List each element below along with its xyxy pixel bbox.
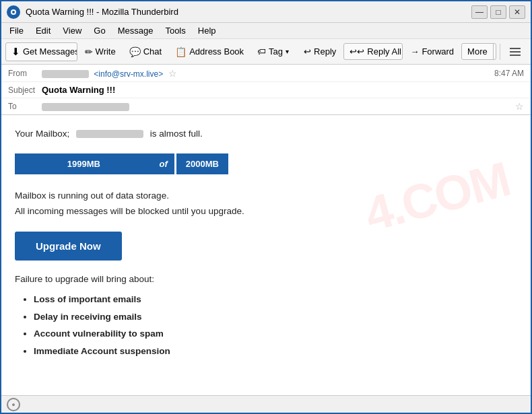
write-icon: ✏	[85, 46, 93, 57]
quota-of: of	[153, 153, 174, 174]
from-value: <info@srv-mx.live> ☆	[42, 68, 494, 79]
failure-intro: Failure to upgrade will bring about:	[15, 274, 154, 284]
connection-icon: ●	[7, 398, 20, 411]
address-book-button[interactable]: 📋 Address Book	[169, 43, 250, 61]
get-messages-button[interactable]: ⬇ Get Messages	[6, 43, 77, 61]
forward-icon: →	[410, 46, 419, 57]
close-button[interactable]: ✕	[509, 5, 525, 19]
menu-view[interactable]: View	[57, 24, 87, 37]
tag-dropdown-icon: ▾	[286, 48, 289, 55]
email-time: 8:47 AM	[494, 69, 524, 78]
intro-after: is almost full.	[150, 129, 203, 139]
upgrade-button[interactable]: Upgrade Now	[15, 232, 122, 261]
connection-status-icon: ●	[11, 401, 15, 408]
from-row: From <info@srv-mx.live> ☆ 8:47 AM	[1, 65, 531, 82]
more-label: More	[467, 46, 488, 57]
reply-all-button[interactable]: ↩↩ Reply All	[344, 44, 403, 59]
toolbar-separator	[500, 44, 500, 60]
to-row: To ☆	[1, 98, 531, 114]
more-dropdown[interactable]: ▾	[494, 44, 497, 59]
statusbar: ●	[1, 395, 531, 413]
app-icon	[7, 5, 20, 19]
consequence-4: Immediate Account suspension	[34, 343, 517, 360]
forward-button[interactable]: → Forward	[404, 43, 460, 60]
warning-text: Mailbox is running out of data storage. …	[15, 188, 517, 219]
reply-button[interactable]: ↩ Reply	[298, 43, 342, 60]
subject-row: Subject Quota Warning !!!	[1, 82, 531, 98]
menu-edit[interactable]: Edit	[30, 24, 56, 37]
failure-text: Failure to upgrade will bring about:	[15, 274, 517, 284]
from-address[interactable]: <info@srv-mx.live>	[94, 69, 163, 79]
email-address-blurred	[76, 130, 143, 138]
to-value	[42, 102, 512, 111]
main-window: Quota Warning !!! - Mozilla Thunderbird …	[0, 0, 532, 414]
quota-total: 2000MB	[174, 151, 230, 176]
hamburger-menu[interactable]	[504, 43, 527, 61]
consequence-2: Delay in receiving emails	[34, 308, 517, 326]
chat-label: Chat	[143, 46, 162, 57]
reply-all-icon: ↩↩	[350, 46, 364, 57]
subject-value: Quota Warning !!!	[42, 85, 524, 95]
menubar: File Edit View Go Message Tools Help	[1, 23, 531, 39]
menu-help[interactable]: Help	[193, 24, 222, 37]
reply-icon: ↩	[304, 46, 311, 57]
from-star-icon[interactable]: ☆	[168, 68, 177, 79]
get-messages-icon: ⬇	[11, 46, 20, 58]
hamburger-line-1	[510, 48, 521, 49]
chat-button[interactable]: 💬 Chat	[123, 43, 168, 61]
minimize-button[interactable]: —	[471, 5, 488, 19]
intro-text: Your Mailbox; is almost full.	[15, 127, 517, 141]
to-star-icon[interactable]: ☆	[515, 101, 524, 112]
more-button[interactable]: More	[462, 44, 494, 59]
to-address-blurred	[42, 103, 129, 111]
from-label: From	[8, 69, 42, 78]
reply-all-group: ↩↩ Reply All ▾	[343, 43, 403, 60]
mail-header: From <info@srv-mx.live> ☆ 8:47 AM Subjec…	[1, 65, 531, 115]
more-group: More ▾	[461, 43, 496, 60]
window-title: Quota Warning !!! - Mozilla Thunderbird	[26, 7, 471, 17]
tag-label: Tag	[269, 46, 283, 57]
svg-point-2	[12, 11, 15, 13]
write-button[interactable]: ✏ Write	[79, 43, 122, 61]
warning-line2: All incoming messages will be blocked un…	[15, 206, 244, 216]
consequence-3: Account vulnerability to spam	[34, 325, 517, 343]
tag-icon: 🏷	[257, 46, 266, 57]
get-messages-group: ⬇ Get Messages ▾	[5, 42, 77, 61]
maximize-button[interactable]: □	[490, 5, 506, 19]
to-label: To	[8, 102, 42, 111]
forward-label: Forward	[422, 46, 454, 57]
toolbar: ⬇ Get Messages ▾ ✏ Write 💬 Chat 📋 Addres…	[1, 39, 531, 65]
intro-before: Your Mailbox;	[15, 129, 69, 139]
tag-button[interactable]: 🏷 Tag ▾	[251, 43, 295, 60]
window-controls: — □ ✕	[471, 5, 525, 19]
address-book-icon: 📋	[175, 46, 187, 57]
hamburger-line-2	[510, 51, 521, 53]
reply-label: Reply	[314, 46, 336, 57]
menu-go[interactable]: Go	[88, 24, 110, 37]
menu-message[interactable]: Message	[112, 24, 159, 37]
hamburger-line-3	[510, 55, 521, 56]
email-body: 4.COM Your Mailbox; is almost full. 1999…	[1, 115, 531, 395]
menu-tools[interactable]: Tools	[160, 24, 191, 37]
consequences-list: Loss of important emails Delay in receiv…	[15, 291, 517, 360]
get-messages-label: Get Messages	[23, 46, 77, 57]
menu-file[interactable]: File	[4, 24, 29, 37]
quota-used: 1999MB	[15, 153, 153, 174]
from-name-blurred	[42, 70, 89, 78]
reply-all-label: Reply All	[367, 46, 401, 57]
chat-icon: 💬	[129, 46, 141, 57]
warning-line1: Mailbox is running out of data storage.	[15, 191, 169, 201]
address-book-label: Address Book	[189, 46, 244, 57]
quota-bar: 1999MB of 2000MB	[15, 151, 230, 176]
titlebar: Quota Warning !!! - Mozilla Thunderbird …	[1, 1, 531, 23]
subject-label: Subject	[8, 85, 42, 95]
consequence-1: Loss of important emails	[34, 291, 517, 308]
write-label: Write	[96, 46, 116, 57]
